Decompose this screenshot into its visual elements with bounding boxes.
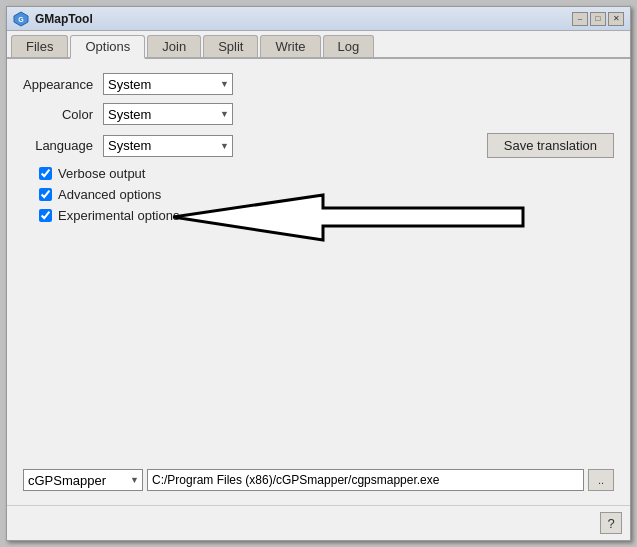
- browse-button[interactable]: ..: [588, 469, 614, 491]
- main-window: G GMapTool – □ ✕ Files Options Join Spli…: [6, 6, 631, 541]
- language-select[interactable]: System English German: [103, 135, 233, 157]
- app-icon: G: [13, 11, 29, 27]
- tab-log[interactable]: Log: [323, 35, 375, 57]
- color-select-wrapper: System Dark Light: [103, 103, 233, 125]
- tab-files[interactable]: Files: [11, 35, 68, 57]
- tab-bar: Files Options Join Split Write Log: [7, 31, 630, 59]
- advanced-options-label: Advanced options: [58, 187, 161, 202]
- verbose-output-checkbox[interactable]: [39, 167, 52, 180]
- verbose-output-label: Verbose output: [58, 166, 145, 181]
- color-label: Color: [23, 107, 103, 122]
- experimental-options-section: Experimental options: [23, 208, 614, 223]
- language-row: Language System English German Save tran…: [23, 133, 614, 158]
- help-button[interactable]: ?: [600, 512, 622, 534]
- experimental-options-checkbox[interactable]: [39, 209, 52, 222]
- close-button[interactable]: ✕: [608, 12, 624, 26]
- tab-write[interactable]: Write: [260, 35, 320, 57]
- appearance-label: Appearance: [23, 77, 103, 92]
- title-bar: G GMapTool – □ ✕: [7, 7, 630, 31]
- appearance-select[interactable]: System Windows Linux: [103, 73, 233, 95]
- options-content: Appearance System Windows Linux Color Sy…: [7, 59, 630, 505]
- svg-marker-2: [173, 195, 523, 240]
- save-translation-button[interactable]: Save translation: [487, 133, 614, 158]
- advanced-options-checkbox[interactable]: [39, 188, 52, 201]
- maximize-button[interactable]: □: [590, 12, 606, 26]
- window-title: GMapTool: [35, 12, 572, 26]
- cgpsmapper-path-input[interactable]: [147, 469, 584, 491]
- language-label: Language: [23, 138, 103, 153]
- cgpsmapper-select[interactable]: cGPSmapper mkgmap: [23, 469, 143, 491]
- tab-options[interactable]: Options: [70, 35, 145, 59]
- arrow-graphic: [173, 190, 543, 245]
- svg-text:G: G: [18, 16, 24, 23]
- appearance-row: Appearance System Windows Linux: [23, 73, 614, 95]
- cgpsmapper-select-wrapper: cGPSmapper mkgmap: [23, 469, 143, 491]
- footer: ?: [7, 505, 630, 540]
- tab-split[interactable]: Split: [203, 35, 258, 57]
- color-select[interactable]: System Dark Light: [103, 103, 233, 125]
- bottom-tool-row: cGPSmapper mkgmap ..: [23, 469, 614, 491]
- experimental-options-label: Experimental options: [58, 208, 179, 223]
- verbose-output-row: Verbose output: [23, 166, 614, 181]
- language-select-wrapper: System English German: [103, 135, 233, 157]
- color-row: Color System Dark Light: [23, 103, 614, 125]
- tab-join[interactable]: Join: [147, 35, 201, 57]
- minimize-button[interactable]: –: [572, 12, 588, 26]
- appearance-select-wrapper: System Windows Linux: [103, 73, 233, 95]
- title-buttons: – □ ✕: [572, 12, 624, 26]
